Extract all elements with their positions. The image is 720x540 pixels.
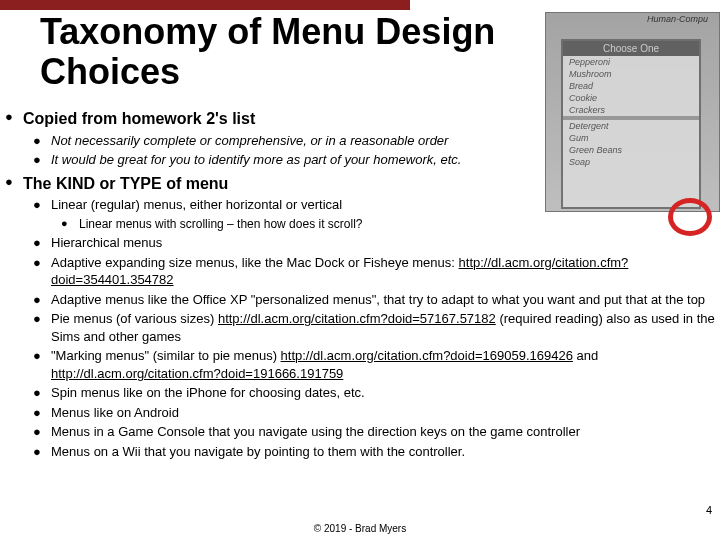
list-item: ● Adaptive menus like the Office XP "per… [33, 291, 715, 309]
list-item: ● Hierarchical menus [33, 234, 715, 252]
bullet-icon: ● [33, 423, 51, 441]
bullet-icon: ● [33, 443, 51, 461]
list-item: ● Pie menus (of various sizes) http://dl… [33, 310, 715, 345]
section-heading: The KIND or TYPE of menu [23, 173, 715, 195]
pie-text: Pie menus (of various sizes) http://dl.a… [51, 310, 715, 345]
bullet-icon: ● [33, 291, 51, 309]
list-item: ● "Marking menus" (similar to pie menus)… [33, 347, 715, 382]
bullet-icon: ● [33, 384, 51, 402]
marking-text: "Marking menus" (similar to pie menus) h… [51, 347, 715, 382]
bullet-icon: ● [33, 196, 51, 214]
list-item: ● The KIND or TYPE of menu [5, 173, 715, 195]
bullet-icon: ● [5, 108, 23, 126]
bg-label: Human-Compu [647, 14, 708, 24]
list-item: ● Menus like on Android [33, 404, 715, 422]
list-item: ● Menus in a Game Console that you navig… [33, 423, 715, 441]
page-number: 4 [706, 504, 712, 516]
bullet-icon: ● [33, 234, 51, 252]
bullet-icon: ● [61, 216, 79, 231]
list-item: ● Copied from homework 2's list [5, 108, 715, 130]
accent-bar [0, 0, 410, 10]
slide-content: ● Copied from homework 2's list ● Not ne… [5, 108, 715, 463]
list-item: ● Linear (regular) menus, either horizon… [33, 196, 715, 214]
list-item: ● Adaptive expanding size menus, like th… [33, 254, 715, 289]
bullet-icon: ● [33, 254, 51, 272]
bullet-icon: ● [33, 404, 51, 422]
bullet-icon: ● [33, 132, 51, 150]
bullet-icon: ● [33, 151, 51, 169]
list-item: ● Not necessarily complete or comprehens… [33, 132, 715, 150]
adaptive-text: Adaptive expanding size menus, like the … [51, 254, 715, 289]
bullet-icon: ● [33, 347, 51, 365]
footer-copyright: © 2019 - Brad Myers [0, 523, 720, 534]
bullet-icon: ● [5, 173, 23, 191]
section-heading: Copied from homework 2's list [23, 108, 715, 130]
link-marking-2[interactable]: http://dl.acm.org/citation.cfm?doid=1916… [51, 366, 343, 381]
bg-menu-header: Choose One [563, 41, 699, 56]
list-item: ● Menus on a Wii that you navigate by po… [33, 443, 715, 461]
list-item: ● Linear menus with scrolling – then how… [61, 216, 715, 232]
list-item: ● It would be great for you to identify … [33, 151, 715, 169]
bullet-icon: ● [33, 310, 51, 328]
list-item: ● Spin menus like on the iPhone for choo… [33, 384, 715, 402]
slide-title: Taxonomy of Menu Design Choices [40, 12, 540, 91]
link-marking-1[interactable]: http://dl.acm.org/citation.cfm?doid=1690… [281, 348, 573, 363]
link-pie[interactable]: http://dl.acm.org/citation.cfm?doid=5716… [218, 311, 496, 326]
